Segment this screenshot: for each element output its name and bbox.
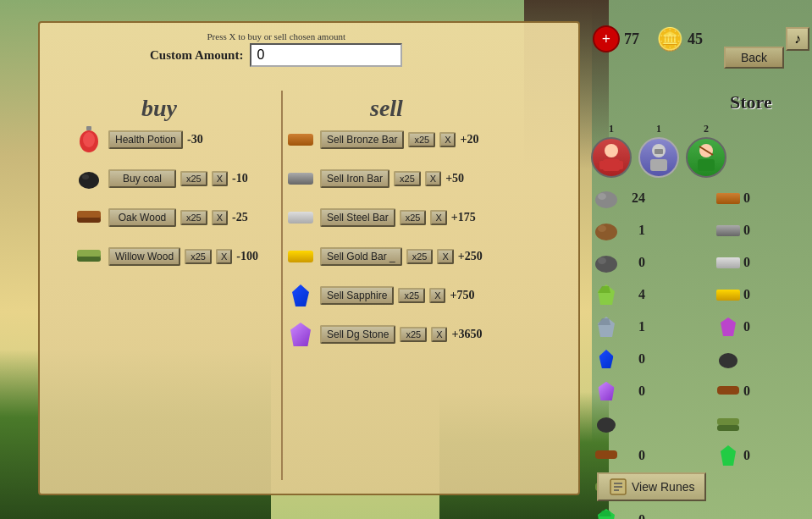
willow-wood-button[interactable]: Willow Wood — [108, 247, 180, 266]
willow-x25-button[interactable]: x25 — [185, 249, 212, 264]
gold-x25-button[interactable]: x25 — [406, 249, 434, 264]
dg-inv-icon — [591, 376, 621, 406]
sell-dg-stone-button[interactable]: Sell Dg Stone — [320, 325, 395, 344]
steel-x-button[interactable]: X — [430, 210, 446, 225]
avatar-slot-2[interactable]: 1 — [638, 123, 679, 178]
avatar-slot-1[interactable]: 1 — [591, 123, 632, 178]
svg-rect-0 — [86, 126, 91, 130]
iron-x25-button[interactable]: x25 — [394, 171, 421, 186]
list-item — [713, 407, 806, 439]
hp-value: 77 — [624, 30, 639, 48]
gold-bar-icon — [285, 241, 316, 272]
oak-x-button[interactable]: X — [212, 210, 228, 225]
list-item: 0 — [713, 279, 806, 311]
willow-price: -100 — [236, 250, 274, 263]
stats-section: + 77 🪙 45 — [593, 25, 703, 52]
svg-rect-7 — [77, 218, 101, 223]
list-item: 0 — [713, 375, 806, 407]
bronze-x25-button[interactable]: x25 — [408, 132, 435, 147]
willow-store-icon — [713, 408, 743, 439]
buy-header: buy — [141, 95, 177, 122]
list-item: Health Potion -30 — [74, 124, 274, 155]
dark-rock-icon — [591, 247, 621, 278]
svg-rect-38 — [717, 386, 739, 395]
bronze-store-count: 0 — [743, 190, 767, 206]
svg-rect-12 — [603, 159, 620, 171]
avatar-3-num: 2 — [704, 123, 709, 135]
runes-icon — [609, 478, 627, 496]
store-inventory-section: 0 0 0 0 0 0 — [713, 182, 806, 472]
press-x-hint: Press X to buy or sell chosen amount — [150, 31, 402, 41]
avatars-section: 1 1 2 — [591, 123, 726, 178]
svg-point-23 — [595, 224, 617, 240]
sell-gold-bar-button[interactable]: Sell Gold Bar _ — [320, 247, 402, 266]
purple-store-count: 0 — [743, 319, 767, 334]
oak-wood-button[interactable]: Oak Wood — [108, 208, 176, 227]
avatar-archer-icon — [686, 137, 726, 178]
dark-rock-count: 0 — [621, 255, 645, 270]
iron-bar-icon — [285, 163, 316, 194]
svg-rect-10 — [77, 257, 101, 262]
list-item — [713, 343, 806, 375]
oak-inv-icon — [591, 440, 621, 471]
sell-items-list: Sell Bronze Bar x25 X +20 Sell Iron Bar … — [285, 124, 498, 350]
buy-coal-button[interactable]: Buy coal — [108, 169, 176, 188]
brown-rock-icon — [591, 215, 621, 246]
music-button[interactable]: ♪ — [786, 27, 809, 51]
svg-rect-14 — [618, 161, 623, 169]
back-button[interactable]: Back — [724, 47, 784, 69]
avatar-knight-icon — [638, 137, 679, 178]
iron-x-button[interactable]: X — [425, 171, 441, 186]
bronze-x-button[interactable]: X — [439, 132, 456, 147]
svg-rect-6 — [77, 211, 101, 218]
sapphire-inv-icon — [591, 344, 621, 374]
svg-point-11 — [605, 144, 618, 157]
sell-iron-bar-button[interactable]: Sell Iron Bar — [320, 169, 389, 188]
oak-price: -25 — [232, 211, 270, 224]
svg-point-37 — [719, 353, 737, 368]
sapphire-x-button[interactable]: X — [429, 288, 445, 303]
sell-steel-bar-button[interactable]: Sell Steel Bar — [320, 208, 395, 227]
list-item: Sell Bronze Bar x25 X +20 — [285, 124, 498, 155]
custom-amount-input[interactable] — [250, 43, 402, 67]
sell-bronze-bar-button[interactable]: Sell Bronze Bar — [320, 130, 404, 149]
gold-x-button[interactable]: X — [437, 249, 453, 264]
sapphire-x25-button[interactable]: x25 — [398, 288, 425, 303]
dg-inv-count: 0 — [621, 384, 645, 399]
steel-store-icon — [713, 247, 743, 278]
sell-header: sell — [370, 95, 403, 122]
steel-price: +175 — [451, 211, 489, 224]
steel-store-count: 0 — [743, 255, 767, 270]
avatar-2-num: 1 — [656, 123, 661, 135]
willow-wood-icon — [74, 241, 104, 272]
view-runes-button[interactable]: View Runes — [597, 472, 706, 501]
music-icon: ♪ — [794, 31, 801, 47]
dg-x-button[interactable]: X — [431, 327, 447, 342]
divider — [281, 91, 283, 480]
coal-x-button[interactable]: X — [212, 171, 228, 186]
dg-x25-button[interactable]: x25 — [400, 327, 427, 342]
oak-x25-button[interactable]: x25 — [180, 210, 207, 225]
coal-icon — [74, 163, 104, 194]
coal-x25-button[interactable]: x25 — [180, 171, 207, 186]
svg-point-25 — [595, 256, 617, 273]
oak-store-count: 0 — [743, 384, 767, 399]
oak-inv-count: 0 — [621, 448, 645, 463]
sapphire-price: +750 — [450, 289, 488, 302]
custom-amount-row: Custom Amount: — [150, 43, 402, 67]
svg-point-26 — [598, 257, 606, 264]
emerald-inv-count: 0 — [621, 512, 645, 519]
bronze-price: +20 — [460, 133, 498, 146]
svg-point-21 — [595, 191, 617, 208]
list-item: Sell Sapphire x25 X +750 — [285, 280, 498, 311]
iron-store-count: 0 — [743, 223, 767, 238]
steel-x25-button[interactable]: x25 — [400, 210, 427, 225]
health-potion-button[interactable]: Health Potion — [108, 130, 183, 149]
custom-amount-section: Press X to buy or sell chosen amount Cus… — [150, 31, 402, 67]
health-potion-price: -30 — [187, 133, 225, 146]
svg-rect-9 — [77, 250, 101, 257]
willow-x-button[interactable]: X — [216, 249, 232, 264]
avatar-slot-3[interactable]: 2 — [686, 123, 726, 178]
sell-sapphire-button[interactable]: Sell Sapphire — [320, 286, 394, 305]
health-potion-icon — [74, 124, 104, 155]
